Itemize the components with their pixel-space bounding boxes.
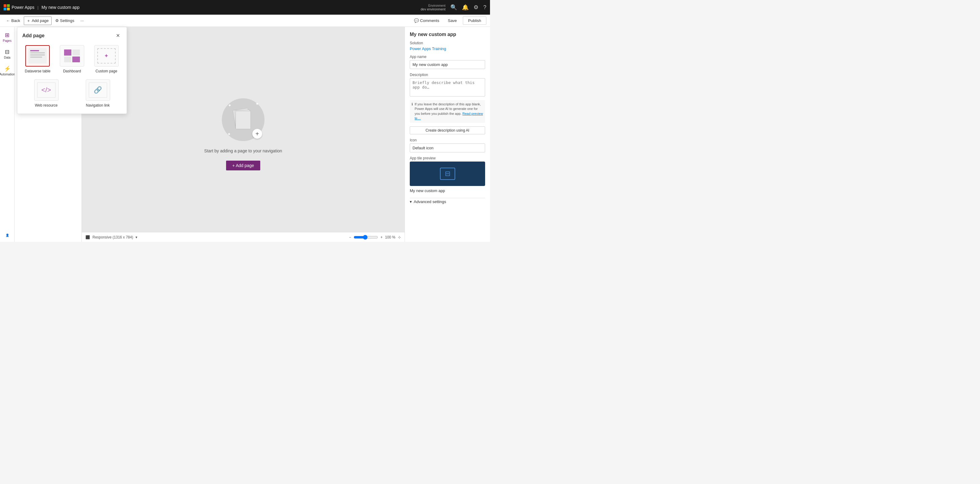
add-page-label: Add page <box>32 18 49 23</box>
chevron-down-icon-adv: ▾ <box>410 200 412 204</box>
web-resource-label: Web resource <box>35 103 57 107</box>
navigation-link-label: Navigation link <box>86 103 110 107</box>
microsoft-icon <box>4 4 10 10</box>
advanced-settings-toggle[interactable]: ▾ Advanced settings <box>410 198 485 205</box>
user-icon: 👤 <box>5 233 9 237</box>
canvas-add-page-button[interactable]: + Add page <box>226 161 260 170</box>
toolbar2-right: 💬 Comments Save Publish <box>412 16 486 25</box>
chevron-down-icon[interactable]: ▾ <box>135 235 137 240</box>
right-panel-title: My new custom app <box>410 32 485 37</box>
responsive-icon: ⬛ <box>86 235 90 240</box>
topbar-doc-name: My new custom app <box>41 5 80 10</box>
back-label: Back <box>11 18 20 23</box>
save-label: Save <box>448 18 457 23</box>
data-icon: ⊟ <box>5 49 10 55</box>
canvas-content: ✦ ✦ ✦ + Start by adding a page to your n… <box>204 98 282 170</box>
app-tile-icon: ⊟ <box>440 168 455 180</box>
dialog-grid: Dataverse table Das <box>22 44 122 75</box>
custom-icon-glyph: ✦ <box>104 53 109 59</box>
dialog-item-navigation-link[interactable]: 🔗 Navigation link <box>74 78 122 109</box>
icon-field-group: Icon <box>410 138 485 152</box>
description-textarea[interactable] <box>410 78 485 96</box>
more-label: ··· <box>81 18 84 23</box>
dialog-title: Add page <box>22 33 45 38</box>
read-preview-link[interactable]: Read preview te… <box>415 112 483 120</box>
topbar-sep: | <box>38 5 38 10</box>
gear-icon: ⚙ <box>55 18 59 23</box>
publish-label: Publish <box>468 18 481 23</box>
web-resource-icon: </> <box>34 79 59 101</box>
icon-input[interactable] <box>410 144 485 152</box>
dialog-item-dataverse-table[interactable]: Dataverse table <box>22 44 53 75</box>
add-page-dialog: Add page ✕ Dataverse table <box>17 27 127 114</box>
webres-icon-glyph: </> <box>41 86 51 94</box>
topbar-logo: Power Apps | My new custom app <box>4 4 80 10</box>
dataverse-preview <box>29 48 47 64</box>
env-info: Environment dev environment <box>421 4 445 11</box>
navigation-link-icon: 🔗 <box>86 79 110 101</box>
dialog-item-custom-page[interactable]: ✦ Custom page <box>91 44 122 75</box>
fit-icon[interactable]: ⊹ <box>398 235 401 240</box>
canvas-illustration: ✦ ✦ ✦ + <box>222 98 264 141</box>
create-description-button[interactable]: Create description using AI <box>410 126 485 134</box>
sparkle-icon-1: ✦ <box>228 103 232 108</box>
help-icon[interactable]: ? <box>483 4 486 11</box>
dialog-close-button[interactable]: ✕ <box>114 32 122 39</box>
responsive-label: Responsive (1316 x 784) <box>92 235 133 240</box>
add-circle-icon: + <box>252 129 262 139</box>
search-icon[interactable]: 🔍 <box>450 4 457 11</box>
toolbar2: ← Back ＋ Add page ⚙ Settings ··· 💬 Comme… <box>0 14 490 27</box>
canvas-bottom-bar: ⬛ Responsive (1316 x 784) ▾ − + 100 % ⊹ <box>82 232 404 242</box>
zoom-slider[interactable] <box>354 235 378 240</box>
back-button[interactable]: ← Back <box>4 17 22 24</box>
sidebar-pages-label: Pages <box>3 39 11 42</box>
create-desc-label: Create description using AI <box>426 128 469 133</box>
ai-info-box: ℹ If you leave the description of this a… <box>410 100 485 123</box>
sidebar-item-data[interactable]: ⊟ Data <box>1 46 14 62</box>
pages-stack <box>232 109 254 130</box>
page-item-3 <box>235 111 251 129</box>
topbar-icons: 🔍 🔔 ⚙ ? <box>450 4 486 11</box>
comment-icon: 💬 <box>414 18 419 23</box>
webres-preview: </> <box>37 83 56 98</box>
advanced-settings-label: Advanced settings <box>414 200 446 204</box>
topbar: Power Apps | My new custom app Environme… <box>0 0 490 14</box>
dashboard-label: Dashboard <box>63 69 81 73</box>
ai-info-text: If you leave the description of this app… <box>415 102 483 121</box>
dialog-overlay: Add page ✕ Dataverse table <box>17 27 127 114</box>
app-name-input[interactable] <box>410 60 485 69</box>
description-field-group: Description <box>410 73 485 96</box>
bell-icon[interactable]: 🔔 <box>462 4 469 11</box>
solution-label: Solution <box>410 41 485 45</box>
settings-icon[interactable]: ⚙ <box>474 4 479 11</box>
sidebar-item-pages[interactable]: ⊞ Pages <box>1 29 14 45</box>
add-page-button[interactable]: ＋ Add page <box>24 16 52 25</box>
canvas-area: ✦ ✦ ✦ + Start by adding a page to your n… <box>82 27 404 242</box>
custom-preview: ✦ <box>97 48 116 64</box>
env-name: dev environment <box>421 7 445 11</box>
settings-button[interactable]: ⚙ Settings <box>53 17 77 24</box>
dataverse-table-icon <box>25 45 50 67</box>
more-button[interactable]: ··· <box>78 17 86 24</box>
pages-icon: ⊞ <box>5 32 10 38</box>
sidebar-item-user[interactable]: 👤 <box>1 231 14 240</box>
save-button[interactable]: Save <box>444 17 461 24</box>
sidebar-data-label: Data <box>4 56 10 59</box>
app-tile-preview-label: App tile preview <box>410 156 485 160</box>
env-label: Environment <box>421 4 445 7</box>
canvas-illustration-text: Start by adding a page to your navigatio… <box>204 149 282 153</box>
publish-button[interactable]: Publish <box>463 16 486 25</box>
zoom-out-icon[interactable]: − <box>349 235 351 240</box>
zoom-level: 100 % <box>385 235 395 240</box>
topbar-right: Environment dev environment 🔍 🔔 ⚙ ? <box>421 4 486 11</box>
info-icon: ℹ <box>412 102 413 121</box>
app-name-field-group: App name <box>410 55 485 69</box>
dialog-item-web-resource[interactable]: </> Web resource <box>22 78 70 109</box>
comments-button[interactable]: 💬 Comments <box>412 17 442 24</box>
canvas-add-page-label: + Add page <box>232 163 254 168</box>
sidebar-item-automation[interactable]: ⚡ Automation <box>1 63 14 78</box>
settings-label: Settings <box>60 18 75 23</box>
dialog-item-dashboard[interactable]: Dashboard <box>57 44 88 75</box>
zoom-in-icon[interactable]: + <box>380 235 383 240</box>
app-tile-preview-group: App tile preview ⊟ My new custom app <box>410 156 485 194</box>
